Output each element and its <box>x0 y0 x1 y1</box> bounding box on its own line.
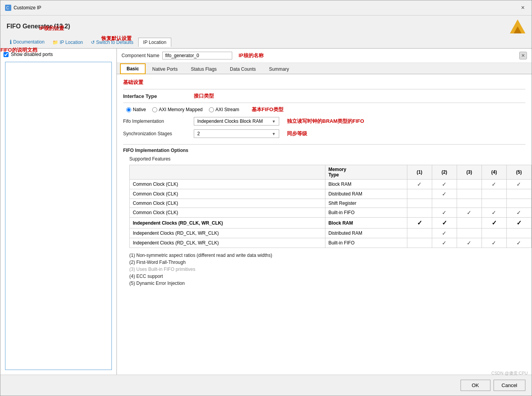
annotation-fifo-doc: FIFO的说明文档 <box>0 47 37 54</box>
tab-status-flags[interactable]: Status Flags <box>184 63 223 74</box>
row-c3-5 <box>457 218 482 229</box>
row-clk-4: Common Clock (CLK) <box>130 208 325 218</box>
row-mem-2: Distributed RAM <box>325 189 407 199</box>
sync-stages-dropdown[interactable]: 2 ▼ <box>194 129 279 138</box>
row-c5-3 <box>506 199 531 208</box>
sync-stages-label: Synchronization Stages <box>123 131 189 136</box>
annotation-interface-type: 接口类型 <box>194 92 214 99</box>
row-mem-1: Block RAM <box>325 180 407 189</box>
row-c2-1: ✓ <box>432 180 457 189</box>
ip-location-button[interactable]: 📁 IP Location <box>49 38 86 47</box>
component-name-input[interactable] <box>162 52 232 59</box>
footnote-2: (2) First-Word Fall-Through <box>129 260 525 265</box>
annotation-ip-location: IP核的位置 <box>39 25 64 32</box>
row-c2-4: ✓ <box>432 208 457 218</box>
row-c3-2 <box>457 189 482 199</box>
row-clk-3: Common Clock (CLK) <box>130 199 325 208</box>
row-c4-1: ✓ <box>482 180 506 189</box>
svg-text:C: C <box>6 6 9 10</box>
close-button[interactable]: × <box>519 3 527 12</box>
right-panel: Component Name IP核的名称 ✕ Basic Native Por… <box>117 49 532 375</box>
ip-location-tab[interactable]: IP Location <box>138 38 172 47</box>
row-mem-3: Shift Register <box>325 199 407 208</box>
interface-type-label: Interface Type <box>123 93 189 99</box>
app-icon: C <box>5 5 11 11</box>
table-row: Common Clock (CLK) Built-in FIFO ✓ ✓ ✓ ✓ <box>130 208 532 218</box>
row-c4-6 <box>482 229 506 238</box>
table-row: Common Clock (CLK) Shift Register <box>130 199 532 208</box>
tab-content-basic: 基础设置 Interface Type 接口类型 Native <box>117 74 532 375</box>
radio-axi-memory: AXI Memory Mapped <box>152 107 203 112</box>
row-c4-5: ✓ <box>482 218 506 229</box>
documentation-button[interactable]: ℹ Documentation <box>7 37 48 47</box>
radio-axi-stream-input[interactable] <box>209 107 214 112</box>
row-c4-2 <box>482 189 506 199</box>
row-c5-5: ✓ <box>506 218 531 229</box>
row-c2-7: ✓ <box>432 238 457 248</box>
annotation-independent-bram: 独立读写时钟的BRAM类型的FIFO <box>287 118 364 125</box>
watermark: CSDN @傻蛋:CPU <box>491 370 528 376</box>
dropdown-arrow-icon: ▼ <box>272 119 276 124</box>
tab-summary-label: Summary <box>269 66 289 72</box>
ok-button[interactable]: OK <box>461 380 490 391</box>
row-mem-7: Built-in FIFO <box>325 238 407 248</box>
radio-native-label: Native <box>133 107 146 112</box>
th-memory-type: MemoryType <box>325 165 407 180</box>
row-clk-5: Independent Clocks (RD_CLK, WR_CLK) <box>130 218 325 229</box>
th-5: (5) <box>506 165 531 180</box>
radio-axi-memory-input[interactable] <box>152 107 157 112</box>
cancel-button[interactable]: Cancel <box>494 380 525 391</box>
footnote-1: (1) Non-symmetric aspect ratios (differe… <box>129 253 525 258</box>
fifo-impl-options-section: FIFO Implementation Options Supported Fe… <box>123 144 525 286</box>
row-c2-6: ✓ <box>432 229 457 238</box>
content-area: Show disabled ports Component Name IP核的名… <box>0 48 532 375</box>
table-header-row: MemoryType (1) (2) (3) (4) (5) <box>130 165 532 180</box>
tab-basic[interactable]: Basic <box>120 63 146 74</box>
row-mem-5: Block RAM <box>325 218 407 229</box>
row-c4-3 <box>482 199 506 208</box>
row-c1-2 <box>407 189 432 199</box>
footnotes-section: (1) Non-symmetric aspect ratios (differe… <box>129 253 525 286</box>
documentation-label: Documentation <box>13 39 45 45</box>
sync-stages-row: Synchronization Stages 2 ▼ 同步等级 <box>123 129 525 138</box>
preview-box <box>5 62 112 370</box>
tab-data-counts[interactable]: Data Counts <box>223 63 263 74</box>
table-row: Common Clock (CLK) Block RAM ✓ ✓ ✓ ✓ <box>130 180 532 189</box>
fifo-impl-dropdown[interactable]: Independent Clocks Block RAM ▼ <box>194 117 279 126</box>
row-c3-4: ✓ <box>457 208 482 218</box>
left-panel: Show disabled ports <box>0 49 117 375</box>
folder-icon: 📁 <box>52 40 58 45</box>
title-bar-left: C Customize IP <box>5 5 41 11</box>
radio-native-input[interactable] <box>126 107 131 112</box>
annotation-restore-defaults: 恢复默认设置 <box>101 35 132 42</box>
component-name-bar: Component Name IP核的名称 ✕ <box>117 49 532 63</box>
toolbar: IP核的位置 FIFO的说明文档 恢复默认设置 ℹ Documentation … <box>0 36 532 48</box>
footnote-4: (4) ECC support <box>129 274 525 279</box>
ip-location-tab-label: IP Location <box>143 40 167 45</box>
row-clk-2: Common Clock (CLK) <box>130 189 325 199</box>
tab-data-counts-label: Data Counts <box>230 66 256 72</box>
row-mem-4: Built-in FIFO <box>325 208 407 218</box>
radio-native: Native <box>126 107 146 112</box>
ip-location-label: IP Location <box>60 40 83 45</box>
row-c3-3 <box>457 199 482 208</box>
row-c1-3 <box>407 199 432 208</box>
annotation-ip-core-name: IP核的名称 <box>238 52 263 59</box>
row-mem-6: Distributed RAM <box>325 229 407 238</box>
annotation-sync-level: 同步等级 <box>287 130 307 137</box>
title-bar: C Customize IP × <box>0 0 532 16</box>
th-1: (1) <box>407 165 432 180</box>
footnote-5: (5) Dynamic Error Injection <box>129 281 525 286</box>
row-c5-2 <box>506 189 531 199</box>
row-c3-1 <box>457 180 482 189</box>
footnote-3: (3) Uses Built-in FIFO primitives <box>129 267 525 272</box>
tab-summary[interactable]: Summary <box>263 63 296 74</box>
close-right-button[interactable]: ✕ <box>519 52 527 59</box>
title-bar-title: Customize IP <box>14 5 41 10</box>
row-c1-5: ✓ <box>407 218 432 229</box>
row-clk-6: Independent Clocks (RD_CLK, WR_CLK) <box>130 229 325 238</box>
tab-status-flags-label: Status Flags <box>191 66 217 72</box>
tab-native-ports[interactable]: Native Ports <box>146 63 184 74</box>
tab-basic-label: Basic <box>127 66 139 72</box>
row-c5-7: ✓ <box>506 238 531 248</box>
